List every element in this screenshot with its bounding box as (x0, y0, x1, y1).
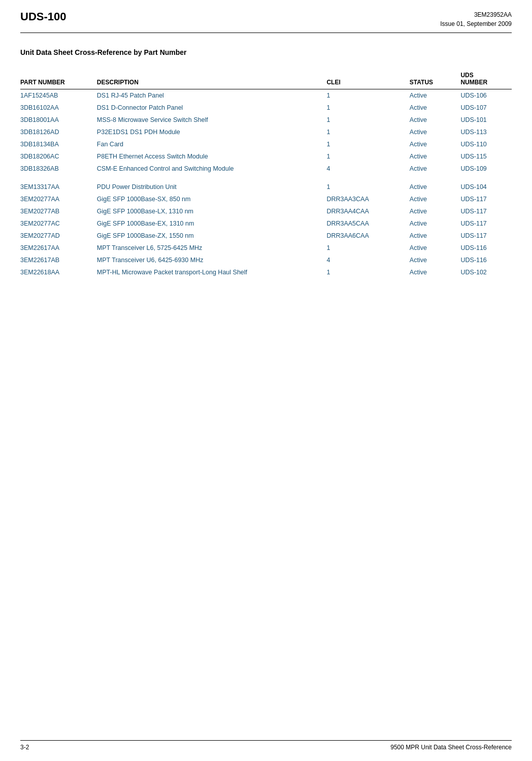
cell-description: GigE SFP 1000Base-ZX, 1550 nm (97, 230, 327, 242)
cell-part-number: 3DB18134BA (20, 138, 97, 150)
cell-uds-number: UDS-115 (460, 150, 512, 163)
cell-description: DS1 RJ-45 Patch Panel (97, 89, 327, 102)
cell-status: Active (410, 242, 461, 254)
page-header: UDS-100 3EM23952AA Issue 01, September 2… (20, 10, 512, 33)
data-table-container: UDS PART NUMBER DESCRIPTION CLEI STATUS … (20, 69, 512, 278)
spacer-row (20, 175, 512, 179)
cell-status: Active (410, 179, 461, 193)
table-row: 3EM22618AAMPT-HL Microwave Packet transp… (20, 266, 512, 278)
cell-status: Active (410, 150, 461, 163)
cell-uds-number: UDS-117 (460, 217, 512, 230)
cell-clei: DRR3AA4CAA (326, 205, 409, 217)
table-row: 3DB18326ABCSM-E Enhanced Control and Swi… (20, 163, 512, 175)
cell-status: Active (410, 217, 461, 230)
cell-status: Active (410, 114, 461, 126)
table-row: 3EM20277AAGigE SFP 1000Base-SX, 850 nmDR… (20, 193, 512, 205)
cell-uds-number: UDS-102 (460, 266, 512, 278)
col-header-part-number (20, 69, 97, 79)
cell-clei: 1 (326, 266, 409, 278)
cell-uds-number: UDS-101 (460, 114, 512, 126)
table-row: 3EM22617AAMPT Transceiver L6, 5725-6425 … (20, 242, 512, 254)
cell-uds-number: UDS-109 (460, 163, 512, 175)
table-row: 3DB18001AAMSS-8 Microwave Service Switch… (20, 114, 512, 126)
col-header-clei (326, 69, 409, 79)
cell-clei: 1 (326, 242, 409, 254)
col-header-status (410, 69, 461, 79)
cell-status: Active (410, 230, 461, 242)
cell-description: MSS-8 Microwave Service Switch Shelf (97, 114, 327, 126)
table-row: 3EM20277ADGigE SFP 1000Base-ZX, 1550 nmD… (20, 230, 512, 242)
cell-description: DS1 D-Connector Patch Panel (97, 102, 327, 114)
cell-status: Active (410, 89, 461, 102)
header-meta: 3EM23952AA Issue 01, September 2009 (440, 10, 512, 28)
doc-number: 3EM23952AA (440, 10, 512, 19)
cell-uds-number: UDS-107 (460, 102, 512, 114)
cell-clei: 1 (326, 179, 409, 193)
col-header-clei-label: CLEI (326, 79, 409, 89)
cell-clei: 1 (326, 150, 409, 163)
footer-doc-title: 9500 MPR Unit Data Sheet Cross-Reference (390, 744, 512, 751)
cell-clei: 1 (326, 89, 409, 102)
cell-clei: DRR3AA6CAA (326, 230, 409, 242)
cell-description: PDU Power Distribution Unit (97, 179, 327, 193)
page-footer: 3-2 9500 MPR Unit Data Sheet Cross-Refer… (20, 740, 512, 751)
cell-description: MPT Transceiver U6, 6425-6930 MHz (97, 254, 327, 266)
cell-part-number: 3DB18326AB (20, 163, 97, 175)
cell-part-number: 3EM22617AA (20, 242, 97, 254)
cell-part-number: 3DB18126AD (20, 126, 97, 138)
product-title: UDS-100 (20, 10, 66, 23)
cell-description: MPT-HL Microwave Packet transport-Long H… (97, 266, 327, 278)
cell-clei: 1 (326, 126, 409, 138)
table-row: 3EM22617ABMPT Transceiver U6, 6425-6930 … (20, 254, 512, 266)
col-header-uds-top: UDS (460, 69, 512, 79)
cell-uds-number: UDS-117 (460, 205, 512, 217)
cell-part-number: 3EM13317AA (20, 179, 97, 193)
cell-clei: 1 (326, 138, 409, 150)
cell-description: GigE SFP 1000Base-SX, 850 nm (97, 193, 327, 205)
cell-part-number: 3DB18001AA (20, 114, 97, 126)
cell-status: Active (410, 102, 461, 114)
cell-description: P32E1DS1 DS1 PDH Module (97, 126, 327, 138)
cell-clei: 1 (326, 114, 409, 126)
cell-part-number: 3EM20277AC (20, 217, 97, 230)
cell-clei: DRR3AA3CAA (326, 193, 409, 205)
cell-part-number: 3EM20277AD (20, 230, 97, 242)
cell-status: Active (410, 205, 461, 217)
cell-part-number: 3DB18206AC (20, 150, 97, 163)
cell-clei: 4 (326, 163, 409, 175)
cell-clei: DRR3AA5CAA (326, 217, 409, 230)
table-row: 3DB18134BAFan Card1ActiveUDS-110 (20, 138, 512, 150)
cell-description: P8ETH Ethernet Access Switch Module (97, 150, 327, 163)
col-header-partnumber-label: PART NUMBER (20, 79, 97, 89)
cell-description: Fan Card (97, 138, 327, 150)
cell-part-number: 1AF15245AB (20, 89, 97, 102)
cell-status: Active (410, 126, 461, 138)
cell-part-number: 3EM20277AB (20, 205, 97, 217)
table-row: 3DB16102AADS1 D-Connector Patch Panel1Ac… (20, 102, 512, 114)
cell-uds-number: UDS-117 (460, 230, 512, 242)
cell-description: CSM-E Enhanced Control and Switching Mod… (97, 163, 327, 175)
table-row: 1AF15245ABDS1 RJ-45 Patch Panel1ActiveUD… (20, 89, 512, 102)
table-header-top: UDS (20, 69, 512, 79)
table-row: 3DB18126ADP32E1DS1 DS1 PDH Module1Active… (20, 126, 512, 138)
table-body: 1AF15245ABDS1 RJ-45 Patch Panel1ActiveUD… (20, 89, 512, 279)
footer-page-number: 3-2 (20, 744, 29, 751)
cell-uds-number: UDS-116 (460, 254, 512, 266)
cell-uds-number: UDS-106 (460, 89, 512, 102)
cell-status: Active (410, 254, 461, 266)
cell-clei: 1 (326, 102, 409, 114)
table-row: 3EM20277ACGigE SFP 1000Base-EX, 1310 nmD… (20, 217, 512, 230)
cell-part-number: 3DB16102AA (20, 102, 97, 114)
cell-clei: 4 (326, 254, 409, 266)
cell-uds-number: UDS-117 (460, 193, 512, 205)
page-title: Unit Data Sheet Cross-Reference by Part … (20, 48, 512, 56)
issue-info: Issue 01, September 2009 (440, 19, 512, 28)
cell-description: GigE SFP 1000Base-LX, 1310 nm (97, 205, 327, 217)
cross-reference-table: UDS PART NUMBER DESCRIPTION CLEI STATUS … (20, 69, 512, 278)
cell-description: GigE SFP 1000Base-EX, 1310 nm (97, 217, 327, 230)
table-row: 3DB18206ACP8ETH Ethernet Access Switch M… (20, 150, 512, 163)
cell-description: MPT Transceiver L6, 5725-6425 MHz (97, 242, 327, 254)
cell-part-number: 3EM22618AA (20, 266, 97, 278)
cell-status: Active (410, 266, 461, 278)
cell-status: Active (410, 193, 461, 205)
